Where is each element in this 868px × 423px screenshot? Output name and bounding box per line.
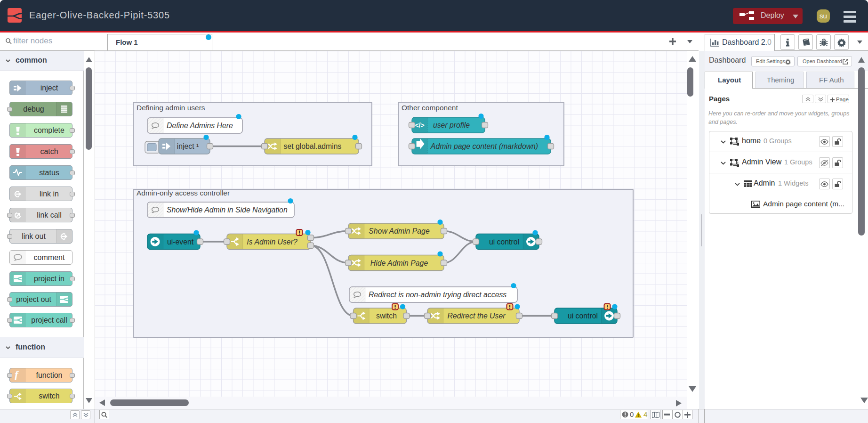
svg-text:user profile: user profile (433, 121, 470, 129)
svg-text:ui-event: ui-event (167, 238, 194, 246)
svg-text:Other component: Other component (402, 104, 458, 112)
svg-text:ui control: ui control (489, 238, 519, 246)
svg-text:f: f (15, 370, 19, 380)
svg-text:inject ¹: inject ¹ (177, 142, 199, 150)
svg-text:Hide Admin Page: Hide Admin Page (370, 259, 428, 267)
svg-text:</>: </> (415, 122, 424, 129)
svg-text:Redirect the User: Redirect the User (448, 312, 506, 320)
svg-text:0: 0 (630, 411, 634, 418)
svg-text:ui control: ui control (568, 312, 598, 320)
svg-text:Is Admin User?: Is Admin User? (247, 238, 297, 246)
svg-text:Define Admins Here: Define Admins Here (167, 122, 233, 130)
svg-text:Redirect is non-admin trying d: Redirect is non-admin trying direct acce… (369, 291, 506, 299)
svg-text:Show/Hide Admin in Side Naviga: Show/Hide Admin in Side Navigation (167, 206, 288, 214)
svg-text:Admin-only access controller: Admin-only access controller (137, 189, 230, 197)
svg-text:set global.admins: set global.admins (284, 142, 342, 150)
svg-text:Admin page content (markdown): Admin page content (markdown) (430, 142, 538, 150)
svg-text:4: 4 (643, 411, 647, 418)
svg-text:switch: switch (376, 312, 397, 320)
svg-text:Defining admin users: Defining admin users (137, 104, 205, 112)
svg-text:Show Admin Page: Show Admin Page (369, 227, 430, 235)
